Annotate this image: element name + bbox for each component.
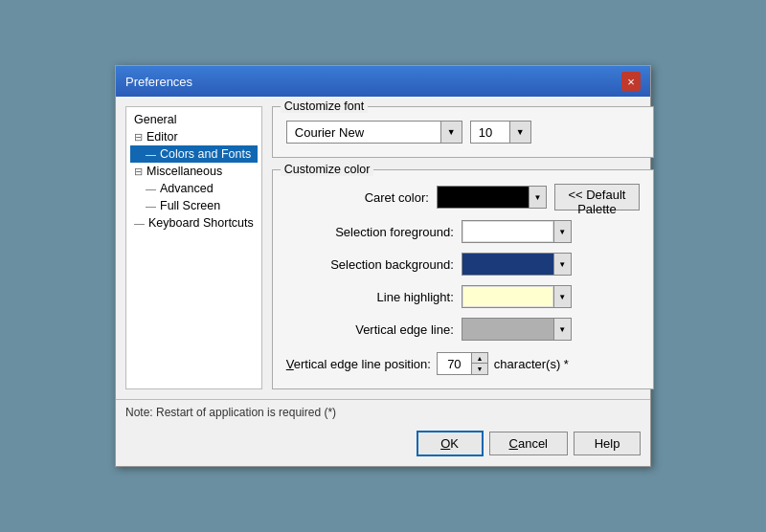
font-section: Customize font Courier New ▼ 10 ▼ (272, 106, 654, 158)
tree-item-colors-and-fonts[interactable]: —Colors and Fonts (130, 145, 258, 163)
sel-fg-swatch-wrapper[interactable]: ▼ (462, 220, 572, 243)
cancel-button[interactable]: Cancel (489, 432, 568, 455)
line-hl-swatch-wrapper[interactable]: ▼ (462, 285, 572, 308)
spin-down-button[interactable]: ▼ (472, 364, 487, 374)
default-palette-button[interactable]: << Default Palette (554, 184, 640, 211)
line-hl-color-btn[interactable]: ▼ (553, 286, 571, 307)
vert-pos-spinbox[interactable]: 70 ▲ ▼ (437, 352, 488, 375)
preferences-dialog: Preferences × General⊟Editor—Colors and … (115, 65, 651, 467)
vert-edge-swatch (462, 319, 553, 340)
tree-panel: General⊟Editor—Colors and Fonts⊟Miscella… (125, 106, 262, 389)
sel-bg-color-btn[interactable]: ▼ (553, 254, 571, 275)
tree-item-advanced[interactable]: —Advanced (130, 180, 258, 197)
sel-fg-label: Selection foreground: (286, 225, 454, 239)
color-row-sel-bg: Selection background: ▼ (286, 253, 640, 276)
tree-item-editor[interactable]: ⊟Editor (130, 128, 258, 145)
color-row-sel-fg: Selection foreground: ▼ (286, 220, 640, 243)
tree-item-general[interactable]: General (130, 111, 258, 128)
vert-edge-color-btn[interactable]: ▼ (553, 319, 571, 340)
right-panel: Customize font Courier New ▼ 10 ▼ Custom… (272, 106, 654, 389)
tree-item-keyboard-shortcuts[interactable]: —Keyboard Shortcuts (130, 214, 258, 232)
ok-button[interactable]: OOKK (417, 431, 484, 456)
vert-pos-suffix: character(s) * (494, 357, 569, 371)
font-row: Courier New ▼ 10 ▼ (286, 121, 640, 144)
font-combo[interactable]: Courier New ▼ (286, 121, 462, 144)
color-row-line-hl: Line highlight: ▼ (286, 285, 640, 308)
font-dropdown-btn[interactable]: ▼ (440, 122, 462, 143)
color-row-vert-edge: Vertical edge line: ▼ (286, 318, 640, 341)
bottom-note: Note: Restart of application is required… (116, 399, 650, 425)
sel-fg-color-btn[interactable]: ▼ (553, 221, 571, 242)
help-button[interactable]: Help (574, 432, 641, 455)
close-button[interactable]: × (621, 72, 641, 91)
sel-bg-swatch (462, 254, 553, 275)
vert-pos-value: 70 (438, 355, 471, 373)
vert-edge-label: Vertical edge line: (286, 322, 454, 337)
tree-item-full-screen[interactable]: —Full Screen (130, 197, 258, 214)
sel-fg-swatch (462, 221, 553, 242)
sel-bg-label: Selection background: (286, 257, 454, 272)
caret-color-label: Caret color: (286, 190, 429, 205)
vert-pos-label: Vertical edge line position: (286, 357, 431, 371)
caret-color-swatch-wrapper[interactable]: ▼ (437, 186, 547, 209)
caret-row-right: ▼ << Default Palette (437, 184, 640, 211)
tree-item-miscellaneous[interactable]: ⊟Miscellaneous (130, 163, 258, 180)
color-section-title: Customize color (281, 163, 374, 176)
color-section: Customize color Caret color: ▼ << Defaul… (272, 169, 654, 389)
size-combo-value: 10 (471, 123, 509, 142)
title-bar: Preferences × (116, 66, 650, 97)
spin-up-button[interactable]: ▲ (472, 353, 487, 364)
size-dropdown-btn[interactable]: ▼ (509, 122, 530, 143)
note-text: Note: Restart of application is required… (125, 406, 336, 419)
dialog-title: Preferences (125, 75, 192, 89)
vert-pos-row: Vertical edge line position: 70 ▲ ▼ char… (286, 352, 640, 375)
font-combo-value: Courier New (287, 123, 440, 142)
vert-edge-swatch-wrapper[interactable]: ▼ (462, 318, 572, 341)
sel-bg-swatch-wrapper[interactable]: ▼ (462, 253, 572, 276)
spinbox-arrows: ▲ ▼ (471, 353, 487, 374)
bottom-buttons: OOKK Cancel Help (116, 425, 650, 466)
font-section-title: Customize font (281, 100, 368, 113)
line-hl-swatch (462, 286, 553, 307)
caret-color-btn[interactable]: ▼ (529, 187, 546, 208)
caret-color-swatch (438, 187, 529, 208)
color-rows: Caret color: ▼ << Default Palette Select… (286, 184, 640, 341)
line-hl-label: Line highlight: (286, 290, 454, 304)
size-combo[interactable]: 10 ▼ (470, 121, 531, 144)
dialog-body: General⊟Editor—Colors and Fonts⊟Miscella… (116, 97, 650, 399)
color-row-caret: Caret color: ▼ << Default Palette (286, 184, 640, 211)
